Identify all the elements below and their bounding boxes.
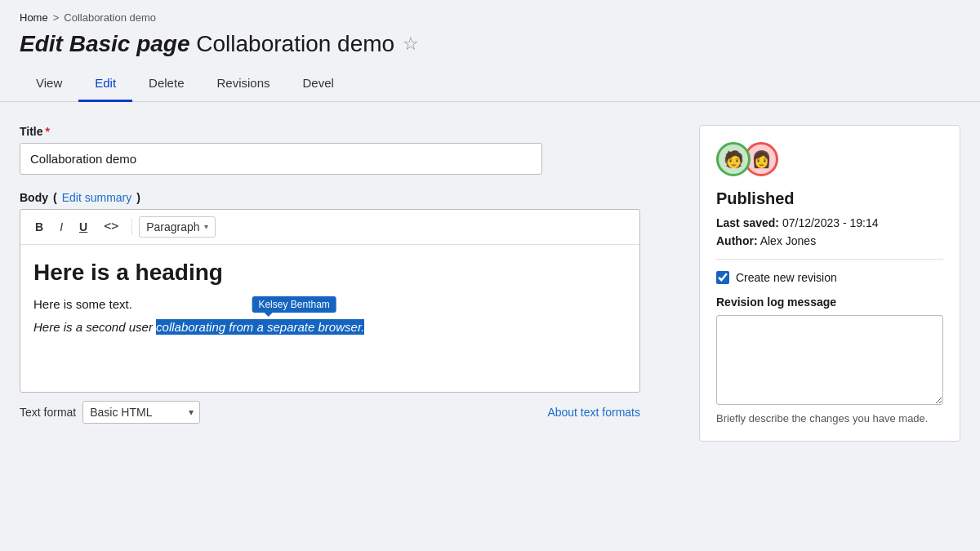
tab-devel[interactable]: Devel — [287, 66, 350, 102]
bold-button[interactable]: B — [29, 217, 50, 237]
tabs-bar: View Edit Delete Revisions Devel — [0, 66, 980, 102]
editor-heading: Here is a heading — [33, 260, 626, 286]
revision-log-label: Revision log message — [716, 295, 943, 309]
avatars-row: 🧑 👩 — [716, 142, 943, 176]
divider — [716, 259, 943, 260]
last-saved-label: Last saved: — [716, 216, 779, 229]
breadcrumb: Home > Collaboration demo — [20, 11, 960, 24]
status-badge: Published — [716, 189, 943, 208]
collab-line: Here is a second user Kelsey Benthamcoll… — [33, 319, 626, 335]
title-label: Title * — [20, 125, 679, 138]
page-title: Edit Basic page Collaboration demo ☆ — [20, 30, 960, 58]
breadcrumb-home[interactable]: Home — [20, 11, 48, 24]
body-field-group: Body (Edit summary) B I U <> Paragraph ▾ — [20, 191, 679, 424]
author-label: Author: — [716, 234, 758, 247]
about-formats-link[interactable]: About text formats — [547, 406, 640, 419]
collab-prefix: Here is a second user — [33, 320, 156, 334]
title-input[interactable] — [20, 143, 542, 175]
code-button[interactable]: <> — [97, 216, 125, 237]
required-indicator: * — [46, 125, 50, 138]
breadcrumb-current: Collaboration demo — [64, 11, 156, 24]
author-row: Author: Alex Jones — [716, 234, 943, 247]
paragraph-dropdown-label: Paragraph — [146, 220, 199, 233]
star-icon[interactable]: ☆ — [403, 33, 419, 55]
page-title-italic: Edit Basic page — [20, 31, 190, 56]
editor-wrapper: B I U <> Paragraph ▾ Here is a heading H… — [20, 209, 640, 393]
italic-button[interactable]: I — [53, 217, 69, 237]
editor-toolbar: B I U <> Paragraph ▾ — [20, 210, 639, 245]
editor-section: Title * Body (Edit summary) B I U <> — [20, 125, 679, 442]
body-label: Body (Edit summary) — [20, 191, 679, 204]
avatar-2-icon: 👩 — [751, 151, 772, 167]
top-bar: Home > Collaboration demo Edit Basic pag… — [0, 0, 980, 58]
avatar-1: 🧑 — [716, 142, 751, 176]
text-format-label: Text format — [20, 406, 76, 419]
last-saved-row: Last saved: 07/12/2023 - 19:14 — [716, 216, 943, 229]
revision-log-textarea[interactable] — [716, 315, 943, 405]
page-wrapper: Home > Collaboration demo Edit Basic pag… — [0, 0, 980, 551]
collab-tooltip: Kelsey Bentham — [252, 296, 336, 313]
text-format-bar: Text format Basic HTML Restricted HTML F… — [20, 401, 640, 424]
collab-highlighted-text: Kelsey Benthamcollaborating from a separ… — [156, 319, 364, 335]
editor-body[interactable]: Here is a heading Here is some text. Her… — [20, 245, 639, 392]
breadcrumb-separator: > — [53, 11, 60, 24]
underline-button[interactable]: U — [73, 217, 94, 237]
toolbar-separator — [131, 219, 132, 235]
sidebar-card: 🧑 👩 Published Last saved: 07/12/2023 - 1… — [699, 125, 960, 442]
edit-summary-link[interactable]: Edit summary — [62, 191, 132, 204]
format-select-wrapper: Basic HTML Restricted HTML Full HTML Pla… — [82, 401, 200, 424]
tab-revisions[interactable]: Revisions — [200, 66, 286, 102]
tab-edit[interactable]: Edit — [78, 66, 132, 102]
format-select[interactable]: Basic HTML Restricted HTML Full HTML Pla… — [82, 401, 200, 424]
create-revision-row: Create new revision — [716, 271, 943, 284]
main-content: Title * Body (Edit summary) B I U <> — [0, 102, 980, 464]
avatar-1-icon: 🧑 — [724, 151, 744, 167]
sidebar: 🧑 👩 Published Last saved: 07/12/2023 - 1… — [699, 125, 960, 442]
last-saved-value: 07/12/2023 - 19:14 — [782, 216, 879, 229]
chevron-down-icon: ▾ — [204, 222, 208, 231]
text-format-left: Text format Basic HTML Restricted HTML F… — [20, 401, 200, 424]
tab-view[interactable]: View — [20, 66, 78, 102]
revision-hint: Briefly describe the changes you have ma… — [716, 412, 943, 424]
author-value: Alex Jones — [760, 234, 816, 247]
page-title-text: Collaboration demo — [196, 31, 394, 56]
create-revision-label: Create new revision — [736, 271, 837, 284]
create-revision-checkbox[interactable] — [716, 271, 729, 284]
tab-delete[interactable]: Delete — [132, 66, 200, 102]
page-heading: Edit Basic page Collaboration demo — [20, 30, 394, 58]
title-field-group: Title * — [20, 125, 679, 175]
paragraph-dropdown[interactable]: Paragraph ▾ — [139, 216, 215, 238]
